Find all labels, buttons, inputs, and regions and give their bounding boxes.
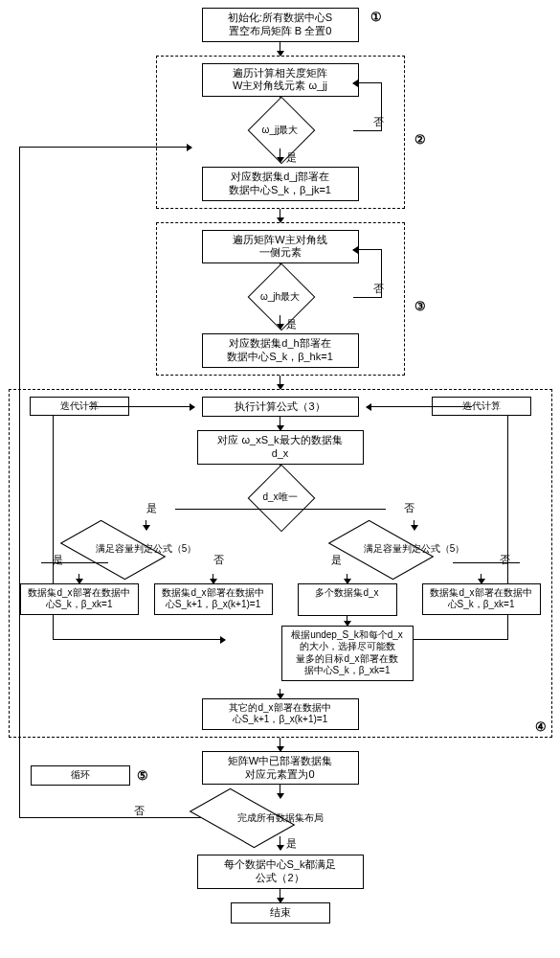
loop-box: 循环 ⑤: [31, 765, 130, 786]
decision-all-done: 完成所有数据集布局: [209, 798, 352, 836]
leaf-lr: 数据集d_x部署在数据中 心S_k+1，β_x(k+1)=1: [154, 583, 273, 615]
node-sat2: 每个数据中心S_k都满足 公式（2）: [197, 855, 364, 889]
leaf-rr: 数据集d_x部署在数据中 心S_k，β_xk=1: [422, 583, 541, 615]
node-init: 初始化:所有数据中心S 置空布局矩阵 B 全置0: [202, 8, 359, 42]
decision-wjh-max: ω_jh最大: [248, 277, 313, 315]
stage-3: ③: [414, 299, 426, 313]
node-reset0: 矩阵W中已部署数据集 对应元素置为0: [202, 751, 359, 786]
branch-no-alldone: 否: [134, 804, 145, 818]
branch-no-capL: 否: [213, 553, 224, 567]
node-trav-side: 遍历矩阵W主对角线 一侧元素: [202, 230, 359, 264]
node-deploy1: 对应数据集d_j部署在 数据中心S_k，β_jk=1: [202, 167, 359, 201]
branch-yes-2: 是: [286, 317, 297, 331]
branch-yes-capL: 是: [53, 553, 63, 567]
decision-dx-unique: d_x唯一: [248, 478, 313, 516]
leaf-ll: 数据集d_x部署在数据中 心S_k，β_xk=1: [20, 583, 139, 615]
node-deploy2: 对应数据集d_h部署在 数据中心S_k，β_hk=1: [202, 333, 359, 368]
branch-yes-capR: 是: [331, 553, 342, 567]
stage-1: ①: [370, 10, 382, 24]
node-maxdata: 对应 ω_xS_k最大的数据集 d_x: [197, 430, 364, 465]
node-trav-wjj: 遍历计算相关度矩阵 W主对角线元素 ω_jj: [202, 63, 359, 98]
branch-yes-unique: 是: [146, 501, 157, 515]
stage-2: ②: [414, 132, 426, 147]
branch-no-2: 否: [373, 282, 384, 296]
node-end: 结束: [231, 902, 330, 924]
branch-yes-1: 是: [286, 150, 297, 165]
leaf-rm: 多个数据集d_x: [298, 583, 397, 616]
branch-no-capR: 否: [500, 553, 510, 567]
stage-5: ⑤: [137, 768, 148, 784]
node-exec3: 执行计算公式（3）: [202, 397, 359, 418]
branch-no-unique: 否: [404, 501, 414, 515]
branch-yes-alldone: 是: [286, 836, 297, 851]
node-other: 其它的d_x部署在数据中 心S_k+1，β_x(k+1)=1: [202, 698, 359, 730]
leaf-undep: 根据undep_S_k和每个d_x 的大小，选择尽可能数 量多的目标d_x部署在…: [281, 626, 414, 681]
decision-wjj-max: ω_jj最大: [248, 110, 313, 148]
branch-no-1: 否: [373, 115, 384, 129]
